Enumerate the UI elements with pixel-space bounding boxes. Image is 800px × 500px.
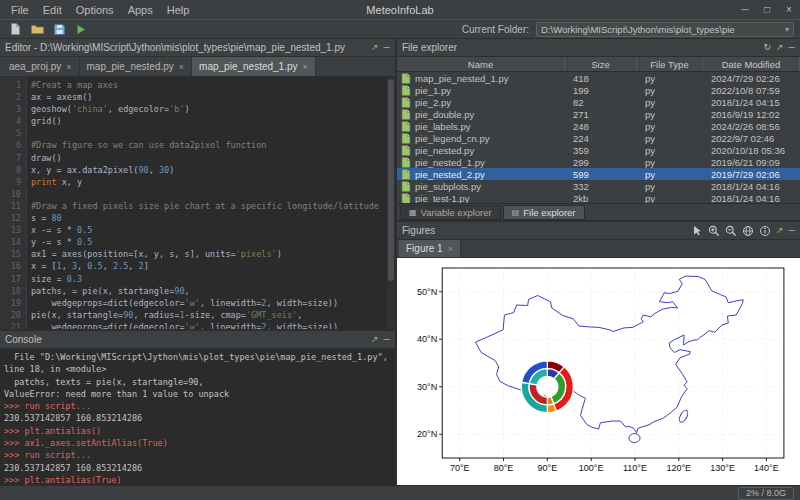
menubar: FileEditOptionsAppsHelp MeteoInfoLab ─ □… — [0, 0, 800, 20]
minimize-icon[interactable]: ─ — [384, 43, 390, 52]
editor-tab-label: map_pie_nested.py — [87, 61, 174, 72]
close-icon[interactable]: × — [448, 244, 453, 254]
scrollbar-thumb[interactable] — [388, 79, 394, 281]
run-script-button[interactable] — [72, 21, 90, 37]
menu-file[interactable]: File — [4, 2, 36, 18]
line-number: 4 — [0, 115, 21, 127]
file-type: py — [637, 133, 703, 144]
table-row[interactable]: pie_2.py82py2018/1/24 04:15 — [397, 96, 800, 108]
minimize-icon[interactable]: ─ — [789, 226, 795, 235]
table-row[interactable]: pie_test-1.py2kbpy2018/1/24 04:16 — [397, 192, 800, 203]
file-name: pie_2.py — [415, 97, 451, 108]
close-icon[interactable]: × — [179, 62, 184, 72]
info-button[interactable] — [759, 225, 771, 237]
svg-text:30°N: 30°N — [417, 382, 437, 392]
file-name: pie_test-1.py — [415, 193, 469, 204]
file-name: pie_double.py — [415, 109, 474, 120]
save-button[interactable] — [50, 21, 68, 37]
info-icon — [759, 225, 771, 237]
file-date: 2018/1/24 04:16 — [703, 181, 800, 192]
select-cursor-button[interactable] — [692, 225, 703, 236]
column-header-datemodified[interactable]: Date Modified — [703, 57, 800, 71]
table-row[interactable]: pie_legend_cn.py224py2022/9/7 02:46 — [397, 132, 800, 144]
main-area: Editor - D:\Working\MIScript\Jython\mis\… — [0, 39, 800, 485]
close-icon[interactable]: × — [303, 62, 308, 72]
chevron-down-icon[interactable]: ▾ — [785, 25, 789, 34]
memory-indicator[interactable]: 2% / 8.0G — [738, 487, 794, 500]
editor-tab[interactable]: aea_proj.py× — [2, 57, 80, 76]
float-icon[interactable]: ↗ — [776, 226, 784, 235]
python-file-icon — [401, 109, 411, 120]
menu-options[interactable]: Options — [69, 2, 121, 18]
file-date: 2022/10/8 07:59 — [703, 85, 800, 96]
file-name-cell: map_pie_nested_1.py — [397, 73, 565, 84]
tab-file-explorer[interactable]: ▤ File explorer — [503, 205, 585, 220]
console-line: line 18, in <module> — [4, 363, 395, 375]
code-line: #Creat a map axes — [31, 79, 395, 91]
code-line: x -= s * 0.5 — [31, 224, 395, 236]
console-line: patchs, texts = pie(x, startangle=90, — [4, 376, 395, 388]
file-name-cell: pie_legend_cn.py — [397, 133, 565, 144]
console-line: ValueError: need more than 1 value to un… — [4, 388, 395, 400]
code-line: pie(x, startangle=90, radius=1-size, cma… — [31, 309, 395, 321]
file-type: py — [637, 73, 703, 84]
svg-text:20°N: 20°N — [417, 429, 437, 439]
tab-label: Variable explorer — [421, 207, 492, 218]
code-line: ax = axesm() — [31, 91, 395, 103]
close-window-icon[interactable]: × — [778, 4, 800, 15]
cursor-icon — [692, 225, 703, 236]
table-row[interactable]: pie_nested.py359py2020/10/18 05:36 — [397, 144, 800, 156]
file-name-cell: pie_test-1.py — [397, 193, 565, 204]
column-header-name[interactable]: Name — [397, 57, 565, 71]
table-row[interactable]: pie_labels.py248py2024/2/26 08:56 — [397, 120, 800, 132]
table-row[interactable]: pie_nested_2.py599py2019/7/29 02:06 — [397, 168, 800, 180]
table-row[interactable]: pie_double.py271py2016/9/19 12:02 — [397, 108, 800, 120]
zoom-in-button[interactable] — [708, 225, 720, 237]
menu-apps[interactable]: Apps — [121, 2, 160, 18]
new-file-button[interactable] — [6, 21, 24, 37]
column-header-filetype[interactable]: File Type — [637, 57, 703, 71]
file-size: 248 — [565, 121, 637, 132]
file-date: 2018/1/24 04:16 — [703, 193, 800, 204]
zoom-out-button[interactable] — [725, 225, 737, 237]
full-extent-button[interactable] — [742, 225, 754, 237]
line-number: 2 — [0, 91, 21, 103]
column-header-size[interactable]: Size — [565, 57, 637, 71]
menu-edit[interactable]: Edit — [36, 2, 69, 18]
minimize-icon[interactable]: ─ — [789, 43, 795, 52]
python-file-icon — [401, 121, 411, 132]
console-line: >>> ax1._axes.setAntiAlias(True) — [4, 437, 395, 449]
float-icon[interactable]: ↗ — [371, 335, 379, 344]
code-editor[interactable]: 123456789101112131415161718192021 #Creat… — [0, 77, 395, 329]
file-explorer-panel: File explorer ↻ ↗ ─ Name Size File Type … — [397, 39, 800, 222]
table-row[interactable]: pie_subplots.py332py2018/1/24 04:16 — [397, 180, 800, 192]
close-icon[interactable]: × — [66, 62, 71, 72]
console-line: >>> plt.antialias() — [4, 425, 395, 437]
minimize-icon[interactable]: ─ — [384, 335, 390, 344]
figure-tab[interactable]: Figure 1 × — [399, 240, 461, 257]
tab-variable-explorer[interactable]: ▦ Variable explorer — [400, 205, 501, 220]
table-row[interactable]: map_pie_nested_1.py418py2024/7/29 02:26 — [397, 72, 800, 84]
current-folder-combo[interactable]: D:\Working\MIScript\Jython\mis\plot_type… — [536, 22, 794, 37]
console-output[interactable]: File "D:\Working\MIScript\Jython\mis\plo… — [0, 349, 395, 485]
editor-scrollbar[interactable] — [387, 77, 395, 329]
console-line: 230.537142857 160.853214286 — [4, 412, 395, 424]
table-row[interactable]: pie_1.py199py2022/10/8 07:59 — [397, 84, 800, 96]
svg-text:100°E: 100°E — [579, 463, 604, 473]
menu-help[interactable]: Help — [160, 2, 197, 18]
editor-tab[interactable]: map_pie_nested_1.py× — [192, 57, 316, 76]
open-file-button[interactable] — [28, 21, 46, 37]
figure-tab-label: Figure 1 — [406, 243, 443, 254]
console-line: 230.537142857 160.853214286 — [4, 462, 395, 474]
float-icon[interactable]: ↗ — [371, 43, 379, 52]
file-type: py — [637, 97, 703, 108]
refresh-icon[interactable]: ↻ — [764, 43, 772, 52]
svg-text:120°E: 120°E — [666, 463, 691, 473]
file-type: py — [637, 121, 703, 132]
table-row[interactable]: pie_nested_1.py299py2019/6/21 09:09 — [397, 156, 800, 168]
float-icon[interactable]: ↗ — [776, 43, 784, 52]
figure-canvas[interactable]: 70°E80°E90°E100°E110°E120°E130°E140°E20°… — [397, 258, 800, 485]
minimize-window-icon[interactable]: ─ — [734, 4, 756, 15]
editor-tab[interactable]: map_pie_nested.py× — [80, 57, 193, 76]
maximize-window-icon[interactable]: □ — [756, 4, 778, 15]
